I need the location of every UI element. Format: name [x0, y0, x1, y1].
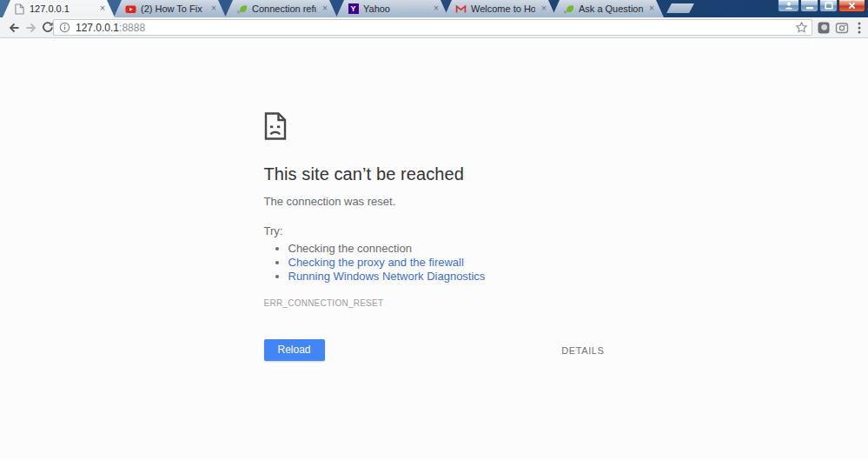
profile-button[interactable] — [778, 0, 799, 12]
close-tab-icon[interactable]: × — [431, 3, 441, 14]
tab-ask-a-question[interactable]: Ask a Question - Horton × — [552, 0, 664, 17]
close-tab-icon[interactable]: × — [209, 3, 219, 14]
maximize-button[interactable] — [819, 0, 838, 12]
new-tab-button[interactable] — [666, 3, 694, 13]
minimize-icon — [805, 2, 814, 10]
reload-page-button[interactable]: Reload — [264, 339, 325, 361]
close-tab-icon[interactable]: × — [539, 3, 549, 14]
back-button[interactable] — [7, 21, 21, 35]
close-icon — [848, 2, 856, 10]
close-window-button[interactable] — [838, 0, 865, 12]
maximize-icon — [825, 2, 833, 10]
tab-title: 127.0.0.1 — [30, 0, 94, 17]
address-bar[interactable]: 127.0.0.1:8888 — [53, 19, 812, 36]
error-content: This site can’t be reached The connectio… — [264, 38, 605, 361]
tab-title: Yahoo — [363, 0, 427, 17]
suggestion-list: Checking the connection Checking the pro… — [264, 242, 605, 284]
back-arrow-icon — [7, 21, 21, 35]
proxy-firewall-link[interactable]: Checking the proxy and the firewall — [288, 256, 464, 269]
extension-icon-2[interactable] — [835, 21, 849, 35]
minimize-button[interactable] — [800, 0, 818, 12]
network-diagnostics-link[interactable]: Running Windows Network Diagnostics — [288, 270, 486, 283]
menu-icon[interactable] — [853, 21, 865, 35]
tab-yahoo[interactable]: Y Yahoo × — [336, 0, 448, 17]
tab-youtube[interactable]: (2) How To Fix "Error:15( × — [114, 0, 226, 17]
try-label: Try: — [264, 224, 605, 237]
tab-connection-refused[interactable]: Connection refused, Ora × — [225, 0, 337, 17]
extension-icon-1[interactable] — [817, 21, 831, 35]
button-row: Reload DETAILS — [264, 339, 605, 361]
suggestion-item: Checking the connection — [288, 242, 605, 256]
hortonworks-icon — [236, 3, 248, 15]
tab-title: Connection refused, Ora — [252, 0, 316, 17]
details-button[interactable]: DETAILS — [561, 345, 604, 356]
tab-127-0-0-1[interactable]: 127.0.0.1 × — [3, 0, 115, 17]
close-tab-icon[interactable]: × — [646, 3, 657, 14]
person-icon — [785, 2, 793, 10]
yahoo-icon: Y — [348, 3, 359, 15]
error-code: ERR_CONNECTION_RESET — [264, 298, 605, 308]
tab-strip: 127.0.0.1 × (2) How To Fix "Error:15( × … — [0, 0, 868, 17]
hortonworks-icon — [563, 3, 574, 15]
forward-button[interactable] — [24, 21, 38, 35]
suggestion-item: Running Windows Network Diagnostics — [288, 270, 605, 284]
suggestion-item: Checking the proxy and the firewall — [288, 256, 605, 270]
forward-arrow-icon — [24, 21, 38, 35]
close-tab-icon[interactable]: × — [320, 3, 330, 14]
error-title: This site can’t be reached — [264, 164, 605, 184]
gmail-icon — [455, 3, 467, 15]
sad-file-icon — [264, 112, 287, 140]
tab-title: (2) How To Fix "Error:15( — [141, 0, 205, 17]
browser-toolbar: 127.0.0.1:8888 — [0, 17, 868, 38]
url-text[interactable]: 127.0.0.1:8888 — [76, 22, 145, 34]
page-content: This site can’t be reached The connectio… — [0, 38, 868, 460]
tab-welcome-hortonworks[interactable]: Welcome to Hortonwork × — [444, 0, 556, 17]
window-controls — [778, 0, 865, 12]
close-tab-icon[interactable]: × — [97, 3, 108, 14]
page-info-icon[interactable] — [59, 22, 70, 33]
browser-window: 127.0.0.1 × (2) How To Fix "Error:15( × … — [0, 0, 868, 461]
tab-title: Ask a Question - Horton — [579, 0, 643, 17]
error-message: The connection was reset. — [264, 195, 605, 208]
tab-title: Welcome to Hortonwork — [471, 0, 535, 17]
page-icon — [14, 3, 25, 15]
youtube-icon — [125, 3, 136, 15]
bookmark-star-icon[interactable] — [795, 21, 808, 34]
